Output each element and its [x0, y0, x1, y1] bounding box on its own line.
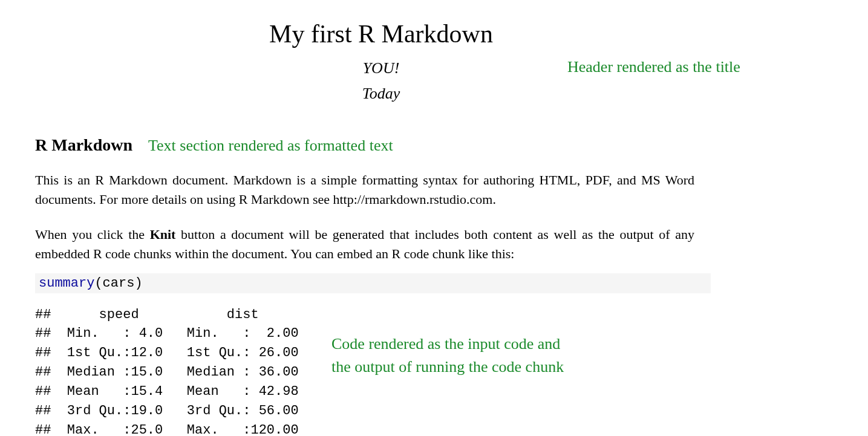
- annotation-code-line1: Code rendered as the input code and: [331, 333, 564, 356]
- paragraph-2-pre: When you click the: [35, 227, 150, 242]
- code-input-block: summary(cars): [35, 273, 711, 293]
- annotation-code: Code rendered as the input code and the …: [331, 333, 564, 378]
- code-args: (cars): [94, 276, 142, 291]
- document-title: My first R Markdown: [0, 19, 762, 48]
- paragraph-2: When you click the Knit button a documen…: [35, 225, 694, 264]
- section-heading: R Markdown: [35, 135, 132, 155]
- paragraph-1: This is an R Markdown document. Markdown…: [35, 171, 694, 209]
- annotation-text-section: Text section rendered as formatted text: [148, 137, 393, 155]
- code-keyword: summary: [39, 276, 94, 291]
- document-date: Today: [0, 85, 762, 103]
- annotation-code-line2: the output of running the code chunk: [331, 356, 564, 379]
- knit-bold: Knit: [150, 227, 176, 242]
- annotation-header: Header rendered as the title: [567, 58, 740, 76]
- section-heading-row: R Markdown Text section rendered as form…: [35, 135, 868, 155]
